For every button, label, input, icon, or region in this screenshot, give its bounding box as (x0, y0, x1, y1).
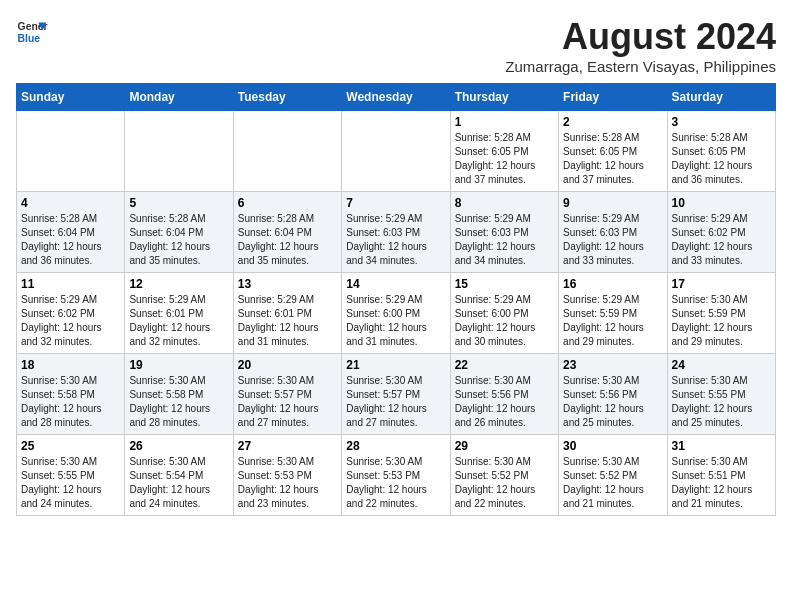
day-number: 15 (455, 277, 554, 291)
day-number: 14 (346, 277, 445, 291)
day-info: Sunrise: 5:29 AM Sunset: 6:00 PM Dayligh… (346, 293, 445, 349)
calendar-cell: 22Sunrise: 5:30 AM Sunset: 5:56 PM Dayli… (450, 354, 558, 435)
day-info: Sunrise: 5:29 AM Sunset: 6:02 PM Dayligh… (672, 212, 771, 268)
subtitle: Zumarraga, Eastern Visayas, Philippines (505, 58, 776, 75)
calendar-cell: 20Sunrise: 5:30 AM Sunset: 5:57 PM Dayli… (233, 354, 341, 435)
day-info: Sunrise: 5:28 AM Sunset: 6:04 PM Dayligh… (238, 212, 337, 268)
day-number: 12 (129, 277, 228, 291)
calendar-cell: 13Sunrise: 5:29 AM Sunset: 6:01 PM Dayli… (233, 273, 341, 354)
day-info: Sunrise: 5:30 AM Sunset: 5:52 PM Dayligh… (563, 455, 662, 511)
calendar-week-row: 18Sunrise: 5:30 AM Sunset: 5:58 PM Dayli… (17, 354, 776, 435)
calendar-week-row: 4Sunrise: 5:28 AM Sunset: 6:04 PM Daylig… (17, 192, 776, 273)
day-info: Sunrise: 5:28 AM Sunset: 6:04 PM Dayligh… (21, 212, 120, 268)
calendar-cell: 4Sunrise: 5:28 AM Sunset: 6:04 PM Daylig… (17, 192, 125, 273)
calendar-cell: 17Sunrise: 5:30 AM Sunset: 5:59 PM Dayli… (667, 273, 775, 354)
day-number: 18 (21, 358, 120, 372)
calendar-day-header: Wednesday (342, 84, 450, 111)
svg-text:Blue: Blue (18, 33, 41, 44)
calendar-cell: 30Sunrise: 5:30 AM Sunset: 5:52 PM Dayli… (559, 435, 667, 516)
day-info: Sunrise: 5:30 AM Sunset: 5:59 PM Dayligh… (672, 293, 771, 349)
day-number: 1 (455, 115, 554, 129)
calendar-week-row: 11Sunrise: 5:29 AM Sunset: 6:02 PM Dayli… (17, 273, 776, 354)
day-info: Sunrise: 5:28 AM Sunset: 6:05 PM Dayligh… (563, 131, 662, 187)
calendar-cell: 26Sunrise: 5:30 AM Sunset: 5:54 PM Dayli… (125, 435, 233, 516)
day-info: Sunrise: 5:29 AM Sunset: 6:03 PM Dayligh… (346, 212, 445, 268)
title-area: August 2024 Zumarraga, Eastern Visayas, … (505, 16, 776, 75)
day-number: 13 (238, 277, 337, 291)
main-title: August 2024 (505, 16, 776, 58)
day-number: 8 (455, 196, 554, 210)
day-number: 22 (455, 358, 554, 372)
calendar-cell: 7Sunrise: 5:29 AM Sunset: 6:03 PM Daylig… (342, 192, 450, 273)
calendar-day-header: Thursday (450, 84, 558, 111)
day-number: 7 (346, 196, 445, 210)
header: General Blue August 2024 Zumarraga, East… (16, 16, 776, 75)
calendar-cell: 5Sunrise: 5:28 AM Sunset: 6:04 PM Daylig… (125, 192, 233, 273)
day-number: 25 (21, 439, 120, 453)
day-number: 26 (129, 439, 228, 453)
day-info: Sunrise: 5:30 AM Sunset: 5:56 PM Dayligh… (563, 374, 662, 430)
calendar-cell: 1Sunrise: 5:28 AM Sunset: 6:05 PM Daylig… (450, 111, 558, 192)
calendar-cell: 21Sunrise: 5:30 AM Sunset: 5:57 PM Dayli… (342, 354, 450, 435)
calendar-cell: 15Sunrise: 5:29 AM Sunset: 6:00 PM Dayli… (450, 273, 558, 354)
calendar-week-row: 25Sunrise: 5:30 AM Sunset: 5:55 PM Dayli… (17, 435, 776, 516)
calendar-cell: 9Sunrise: 5:29 AM Sunset: 6:03 PM Daylig… (559, 192, 667, 273)
day-number: 23 (563, 358, 662, 372)
day-number: 5 (129, 196, 228, 210)
day-info: Sunrise: 5:30 AM Sunset: 5:52 PM Dayligh… (455, 455, 554, 511)
calendar-cell: 14Sunrise: 5:29 AM Sunset: 6:00 PM Dayli… (342, 273, 450, 354)
day-info: Sunrise: 5:30 AM Sunset: 5:58 PM Dayligh… (21, 374, 120, 430)
calendar-cell (342, 111, 450, 192)
day-info: Sunrise: 5:30 AM Sunset: 5:58 PM Dayligh… (129, 374, 228, 430)
calendar-day-header: Sunday (17, 84, 125, 111)
calendar-day-header: Friday (559, 84, 667, 111)
calendar-day-header: Saturday (667, 84, 775, 111)
day-number: 11 (21, 277, 120, 291)
calendar-cell: 2Sunrise: 5:28 AM Sunset: 6:05 PM Daylig… (559, 111, 667, 192)
day-info: Sunrise: 5:28 AM Sunset: 6:05 PM Dayligh… (455, 131, 554, 187)
calendar-cell (125, 111, 233, 192)
day-number: 24 (672, 358, 771, 372)
calendar-cell: 19Sunrise: 5:30 AM Sunset: 5:58 PM Dayli… (125, 354, 233, 435)
day-info: Sunrise: 5:30 AM Sunset: 5:57 PM Dayligh… (346, 374, 445, 430)
calendar-cell: 6Sunrise: 5:28 AM Sunset: 6:04 PM Daylig… (233, 192, 341, 273)
calendar-cell: 27Sunrise: 5:30 AM Sunset: 5:53 PM Dayli… (233, 435, 341, 516)
day-info: Sunrise: 5:30 AM Sunset: 5:51 PM Dayligh… (672, 455, 771, 511)
calendar-cell: 16Sunrise: 5:29 AM Sunset: 5:59 PM Dayli… (559, 273, 667, 354)
day-info: Sunrise: 5:29 AM Sunset: 6:00 PM Dayligh… (455, 293, 554, 349)
calendar-cell: 10Sunrise: 5:29 AM Sunset: 6:02 PM Dayli… (667, 192, 775, 273)
calendar-cell (17, 111, 125, 192)
day-number: 4 (21, 196, 120, 210)
logo-icon: General Blue (16, 16, 48, 48)
day-number: 3 (672, 115, 771, 129)
calendar-cell: 12Sunrise: 5:29 AM Sunset: 6:01 PM Dayli… (125, 273, 233, 354)
calendar-header-row: SundayMondayTuesdayWednesdayThursdayFrid… (17, 84, 776, 111)
calendar-cell: 8Sunrise: 5:29 AM Sunset: 6:03 PM Daylig… (450, 192, 558, 273)
logo: General Blue (16, 16, 48, 48)
calendar-cell: 3Sunrise: 5:28 AM Sunset: 6:05 PM Daylig… (667, 111, 775, 192)
day-info: Sunrise: 5:30 AM Sunset: 5:57 PM Dayligh… (238, 374, 337, 430)
day-info: Sunrise: 5:29 AM Sunset: 6:02 PM Dayligh… (21, 293, 120, 349)
calendar-cell: 23Sunrise: 5:30 AM Sunset: 5:56 PM Dayli… (559, 354, 667, 435)
day-info: Sunrise: 5:30 AM Sunset: 5:54 PM Dayligh… (129, 455, 228, 511)
calendar-cell: 28Sunrise: 5:30 AM Sunset: 5:53 PM Dayli… (342, 435, 450, 516)
day-info: Sunrise: 5:30 AM Sunset: 5:55 PM Dayligh… (21, 455, 120, 511)
day-number: 20 (238, 358, 337, 372)
day-number: 31 (672, 439, 771, 453)
day-number: 28 (346, 439, 445, 453)
calendar-day-header: Tuesday (233, 84, 341, 111)
calendar-cell: 18Sunrise: 5:30 AM Sunset: 5:58 PM Dayli… (17, 354, 125, 435)
day-number: 29 (455, 439, 554, 453)
day-info: Sunrise: 5:29 AM Sunset: 6:01 PM Dayligh… (238, 293, 337, 349)
day-info: Sunrise: 5:29 AM Sunset: 6:01 PM Dayligh… (129, 293, 228, 349)
calendar-cell: 11Sunrise: 5:29 AM Sunset: 6:02 PM Dayli… (17, 273, 125, 354)
calendar-day-header: Monday (125, 84, 233, 111)
day-info: Sunrise: 5:30 AM Sunset: 5:56 PM Dayligh… (455, 374, 554, 430)
day-info: Sunrise: 5:30 AM Sunset: 5:53 PM Dayligh… (346, 455, 445, 511)
calendar-week-row: 1Sunrise: 5:28 AM Sunset: 6:05 PM Daylig… (17, 111, 776, 192)
day-info: Sunrise: 5:30 AM Sunset: 5:53 PM Dayligh… (238, 455, 337, 511)
calendar-cell: 24Sunrise: 5:30 AM Sunset: 5:55 PM Dayli… (667, 354, 775, 435)
day-info: Sunrise: 5:29 AM Sunset: 6:03 PM Dayligh… (563, 212, 662, 268)
day-number: 17 (672, 277, 771, 291)
calendar-cell: 31Sunrise: 5:30 AM Sunset: 5:51 PM Dayli… (667, 435, 775, 516)
